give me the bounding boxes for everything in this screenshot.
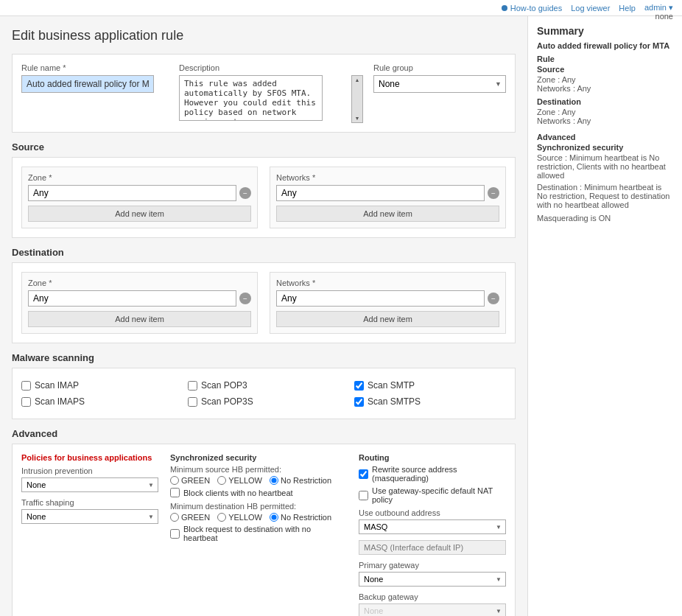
source-norestriction-label: No Restriction	[281, 476, 331, 485]
summary-dest-heading: Destination	[537, 97, 673, 106]
description-label: Description	[179, 63, 363, 72]
sync-security-column: Synchronized security Minimum source HB …	[170, 453, 347, 616]
destination-card: Zone * Any − Add new item Networks *	[12, 262, 516, 343]
source-green-label: GREEN	[181, 476, 210, 485]
top-navigation: How-to guides Log viewer Help admin ▾ no…	[0, 0, 682, 16]
routing-title: Routing	[359, 453, 506, 462]
scan-pop3-item: Scan POP3	[188, 380, 340, 391]
dest-zone-label: Zone *	[28, 279, 251, 287]
summary-sync-detail2: Destination : Minimum heartbeat is No re…	[537, 183, 673, 209]
scan-pop3s-item: Scan POP3S	[188, 396, 340, 407]
scroll-down-icon[interactable]: ▼	[355, 116, 360, 121]
min-dest-label: Minimum destination HB permitted:	[170, 502, 347, 511]
dest-zone-select[interactable]: Any	[28, 290, 236, 307]
dest-norestriction-radio[interactable]	[270, 513, 278, 522]
malware-card: Scan IMAP Scan POP3 Scan SMTP Scan IMAPS	[12, 368, 516, 419]
source-yellow-radio-item: YELLOW	[217, 476, 262, 485]
source-norestriction-radio-item: No Restriction	[270, 476, 331, 485]
main-panel: Edit business application rule Rule name…	[0, 16, 527, 616]
gateway-nat-label: Use gateway-specific default NAT policy	[372, 486, 506, 504]
dest-zone-remove-button[interactable]: −	[239, 293, 251, 304]
source-zone-box: Zone * Any − Add new item	[21, 167, 258, 228]
block-clients-checkbox[interactable]	[170, 488, 180, 497]
backup-gateway-select: None	[359, 603, 506, 616]
dest-zone-add-button[interactable]: Add new item	[28, 311, 251, 327]
scan-imap-checkbox[interactable]	[21, 381, 31, 391]
summary-source-networks: Networks : Any	[537, 84, 673, 93]
malware-section-title: Malware scanning	[12, 352, 516, 363]
help-link[interactable]: Help	[619, 4, 636, 13]
summary-sync-detail1: Source : Minimum heartbeat is No restric…	[537, 153, 673, 180]
traffic-shaping-select[interactable]: None	[21, 509, 158, 524]
gateway-nat-checkbox[interactable]	[359, 491, 368, 500]
destination-section-title: Destination	[12, 247, 516, 258]
summary-rule-section: Rule Source Zone : Any Networks : Any De…	[537, 55, 673, 125]
description-textarea[interactable]: This rule was added automatically by SFO…	[179, 75, 323, 121]
blue-dot-icon	[502, 5, 507, 11]
summary-advanced-heading: Advanced	[537, 133, 673, 141]
primary-gateway-select[interactable]: None	[359, 572, 506, 587]
block-clients-label: Block clients with no heartbeat	[183, 489, 293, 497]
outbound-select[interactable]: MASQ	[359, 519, 506, 534]
rewrite-source-item: Rewrite source address (masquerading)	[359, 465, 506, 483]
dest-norestriction-radio-item: No Restriction	[270, 513, 331, 522]
scan-smtp-item: Scan SMTP	[354, 380, 506, 391]
rule-group-select-wrapper: None	[373, 75, 506, 93]
source-networks-select[interactable]: Any	[276, 185, 485, 201]
source-zone-select[interactable]: Any	[28, 185, 236, 201]
summary-sidebar: Summary Auto added firewall policy for M…	[527, 16, 682, 616]
source-networks-add-button[interactable]: Add new item	[276, 206, 499, 222]
source-networks-label: Networks *	[276, 173, 499, 182]
gateway-nat-item: Use gateway-specific default NAT policy	[359, 486, 506, 504]
dest-networks-add-button[interactable]: Add new item	[276, 311, 499, 327]
block-request-checkbox[interactable]	[170, 529, 180, 539]
textarea-scrollbar[interactable]: ▲ ▼	[351, 75, 363, 123]
scan-smtp-checkbox[interactable]	[354, 381, 364, 391]
how-to-guides-link[interactable]: How-to guides	[502, 4, 562, 13]
scan-imaps-checkbox[interactable]	[21, 397, 31, 407]
rewrite-source-checkbox[interactable]	[359, 469, 368, 479]
advanced-card: Policies for business applications Intru…	[12, 444, 516, 616]
rule-group-select[interactable]: None	[373, 75, 506, 93]
scan-pop3-checkbox[interactable]	[188, 381, 197, 391]
scan-smtps-checkbox[interactable]	[354, 397, 364, 407]
scroll-up-icon[interactable]: ▲	[355, 77, 360, 83]
dest-yellow-radio-item: YELLOW	[217, 513, 262, 522]
source-networks-remove-button[interactable]: −	[488, 187, 499, 199]
scan-pop3s-checkbox[interactable]	[188, 397, 197, 407]
source-green-radio[interactable]	[170, 476, 179, 485]
traffic-shaping-label: Traffic shaping	[21, 498, 158, 507]
source-card: Zone * Any − Add new item Networks *	[12, 157, 516, 238]
source-zone-add-button[interactable]: Add new item	[28, 206, 251, 222]
summary-dest-networks: Networks : Any	[537, 116, 673, 125]
intrusion-select[interactable]: None	[21, 477, 158, 492]
policies-column: Policies for business applications Intru…	[21, 453, 158, 616]
dest-yellow-radio[interactable]	[217, 513, 226, 522]
rule-name-input[interactable]	[21, 75, 154, 93]
source-zone-remove-button[interactable]: −	[239, 187, 251, 199]
log-viewer-link[interactable]: Log viewer	[571, 4, 610, 13]
dest-norestriction-label: No Restriction	[281, 513, 331, 522]
dest-networks-label: Networks *	[276, 279, 499, 287]
dest-green-radio[interactable]	[170, 513, 179, 522]
summary-sync-heading: Synchronized security	[537, 143, 673, 152]
dest-networks-remove-button[interactable]: −	[488, 293, 499, 304]
none-label: none	[655, 12, 673, 21]
scan-smtps-label: Scan SMTPS	[368, 396, 421, 407]
source-green-radio-item: GREEN	[170, 476, 210, 485]
scan-imap-item: Scan IMAP	[21, 380, 173, 391]
malware-checkbox-grid: Scan IMAP Scan POP3 Scan SMTP Scan IMAPS	[21, 377, 506, 410]
primary-gateway-label: Primary gateway	[359, 561, 506, 570]
advanced-section-title: Advanced	[12, 428, 516, 439]
dest-green-label: GREEN	[181, 513, 210, 522]
dest-networks-select[interactable]: Any	[276, 290, 485, 307]
summary-source-heading: Source	[537, 65, 673, 74]
source-yellow-radio[interactable]	[217, 476, 226, 485]
block-request-item: Block request to destination with no hea…	[170, 525, 347, 542]
scan-imaps-label: Scan IMAPS	[35, 396, 85, 407]
source-norestriction-radio[interactable]	[270, 476, 278, 485]
scan-smtps-item: Scan SMTPS	[354, 396, 506, 407]
dest-hb-radio-group: GREEN YELLOW No Restriction	[170, 513, 347, 522]
scan-smtp-label: Scan SMTP	[368, 380, 415, 391]
routing-column: Routing Rewrite source address (masquera…	[359, 453, 506, 616]
